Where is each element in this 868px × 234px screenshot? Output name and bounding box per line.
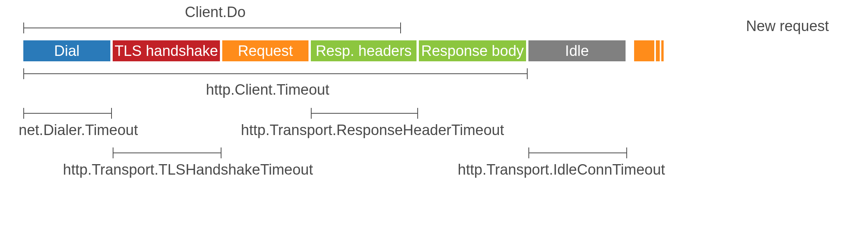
label-client-timeout: http.Client.Timeout	[206, 81, 329, 98]
phase-response-body: Response body	[419, 40, 526, 61]
new-request-stripe-3	[661, 40, 664, 61]
label-tls-handshake-timeout: http.Transport.TLSHandshakeTimeout	[63, 161, 313, 178]
label-new-request: New request	[746, 18, 829, 35]
label-client-do: Client.Do	[157, 4, 274, 21]
bracket-resp-header-timeout	[311, 108, 418, 119]
label-resp-header-timeout: http.Transport.ResponseHeaderTimeout	[241, 122, 504, 139]
bracket-client-timeout	[23, 68, 528, 79]
phase-tls-handshake: TLS handshake	[113, 40, 220, 61]
new-request-stripe-2	[656, 40, 660, 61]
phase-dial: Dial	[23, 40, 110, 61]
bracket-client-do	[23, 23, 401, 33]
phase-resp-headers: Resp. headers	[311, 40, 417, 61]
label-idle-conn-timeout: http.Transport.IdleConnTimeout	[458, 161, 665, 178]
label-dialer-timeout: net.Dialer.Timeout	[19, 122, 138, 139]
phase-idle: Idle	[528, 40, 626, 61]
bracket-idle-conn-timeout	[528, 147, 627, 158]
bracket-dialer-timeout	[23, 108, 112, 119]
bracket-tls-handshake-timeout	[113, 147, 221, 158]
phase-request: Request	[222, 40, 309, 61]
new-request-stripe-1	[634, 40, 654, 61]
timeout-diagram: Client.Do New request Dial TLS handshake…	[0, 0, 868, 234]
